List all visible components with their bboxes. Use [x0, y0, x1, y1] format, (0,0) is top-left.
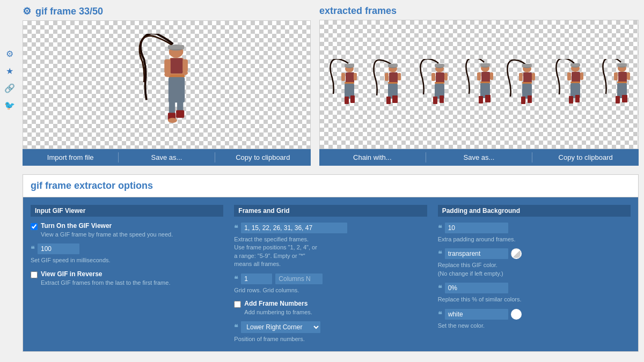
svg-rect-29 [389, 72, 398, 83]
gif-viewer-area [23, 20, 311, 149]
extracted-frames-panel: extracted frames [319, 5, 639, 166]
frames-grid-col: Frames and Grid ❝ // Set the frames inpu… [234, 205, 427, 344]
gear-icon[interactable]: ⚙ [3, 47, 16, 60]
svg-rect-44 [431, 73, 435, 81]
view-gif-reverse-row: View GIF in Reverse Extract GIF frames f… [31, 270, 223, 287]
add-frame-numbers-checkbox[interactable] [234, 301, 241, 308]
svg-point-14 [182, 71, 188, 75]
turn-on-gif-viewer-desc: View a GIF frame by frame at the speed y… [41, 231, 173, 239]
svg-rect-73 [575, 95, 580, 102]
quote-icon-frames: ❝ [234, 224, 238, 232]
view-gif-reverse-label: View GIF in Reverse [41, 270, 170, 278]
input-gif-viewer-col-title: Input GIF Viewer [31, 205, 223, 217]
frames-desc: Extract the specified frames.Use frame p… [234, 235, 427, 269]
gif-speed-desc: Set GIF speed in milliseconds. [31, 256, 223, 264]
svg-rect-23 [350, 95, 355, 103]
bg-color-desc: Replace this GIF color.(No change if lef… [438, 261, 631, 278]
twitter-icon[interactable]: 🐦 [3, 99, 16, 112]
bg-color-swatch[interactable] [511, 248, 522, 259]
svg-rect-59 [523, 72, 532, 83]
svg-rect-62 [521, 97, 525, 104]
frame-thumb-1 [325, 58, 365, 112]
gif-viewer-title: ⚙ gif frame 33/50 [23, 5, 311, 17]
svg-point-13 [164, 72, 170, 77]
copy-to-clipboard-button-right[interactable]: Copy to clipboard [532, 149, 639, 166]
svg-rect-25 [354, 73, 357, 80]
svg-rect-24 [341, 73, 345, 81]
link-icon[interactable]: 🔗 [3, 82, 16, 94]
import-from-file-button[interactable]: Import from file [23, 149, 118, 166]
svg-rect-78 [617, 63, 627, 67]
frame-thumb-6 [548, 58, 588, 112]
svg-rect-54 [477, 72, 481, 80]
frame-thumb-7 [592, 58, 633, 112]
svg-rect-20 [345, 82, 354, 84]
quote-icon-padding: ❝ [438, 224, 442, 232]
chain-with-button[interactable]: Chain with... [319, 149, 426, 166]
star-icon[interactable]: ★ [3, 64, 16, 77]
svg-rect-30 [388, 82, 398, 84]
view-gif-reverse-checkbox[interactable] [31, 271, 38, 278]
padding-bg-col: Padding and Background ❝ Extra padding a… [438, 205, 631, 344]
input-gif-viewer-col: Input GIF Viewer Turn On the GIF Viewer … [31, 205, 223, 344]
new-color-desc: Set the new color. [438, 322, 631, 330]
svg-rect-4 [170, 58, 182, 74]
frame-thumb-2 [370, 58, 410, 112]
svg-rect-34 [385, 73, 389, 81]
svg-rect-85 [627, 72, 630, 80]
svg-rect-64 [519, 73, 523, 81]
position-select[interactable]: Lower Right Corner Lower Left Corner Upp… [240, 321, 321, 334]
quote-icon-grid: ❝ [234, 275, 238, 283]
frame-thumb-3 [414, 58, 455, 112]
options-body: Input GIF Viewer Turn On the GIF Viewer … [23, 197, 638, 351]
svg-rect-53 [485, 95, 491, 102]
turn-on-gif-viewer-label: Turn On the GIF Viewer [41, 222, 173, 230]
svg-rect-79 [618, 72, 627, 83]
copy-to-clipboard-button-left[interactable]: Copy to clipboard [215, 149, 311, 166]
svg-rect-39 [436, 72, 444, 83]
quote-icon-position: ❝ [234, 323, 238, 331]
options-section: gif frame extractor options Input GIF Vi… [23, 174, 639, 352]
extracted-frames-title: extracted frames [319, 5, 639, 17]
svg-rect-70 [570, 82, 580, 83]
quote-icon-speed: ❝ [31, 245, 35, 253]
svg-point-15 [167, 118, 177, 123]
padding-input[interactable] [444, 222, 509, 234]
svg-rect-35 [398, 73, 401, 80]
svg-rect-49 [481, 72, 490, 83]
frames-input[interactable] [240, 222, 348, 234]
svg-rect-75 [580, 72, 583, 80]
extracted-frames-label: extracted frames [319, 5, 397, 17]
svg-rect-74 [567, 72, 571, 80]
padding-desc: Extra padding around frames. [438, 235, 631, 243]
svg-rect-2 [167, 45, 184, 49]
grid-cols-input[interactable] [275, 273, 323, 285]
extracted-frames-actions: Chain with... Save as... Copy to clipboa… [319, 149, 639, 166]
gif-viewer-panel: ⚙ gif frame 33/50 [23, 5, 311, 166]
padding-bg-col-title: Padding and Background [438, 205, 631, 217]
svg-rect-60 [522, 82, 532, 84]
add-frame-numbers-desc: Add numbering to frames. [244, 308, 312, 316]
new-color-input[interactable] [444, 308, 509, 320]
quote-icon-similar: ❝ [438, 284, 442, 292]
gif-speed-input[interactable] [37, 243, 80, 255]
bg-color-input[interactable] [444, 248, 509, 260]
svg-rect-55 [490, 72, 493, 80]
svg-rect-69 [572, 72, 580, 83]
new-color-swatch[interactable] [511, 309, 522, 320]
svg-rect-40 [435, 82, 444, 84]
gear-title-icon: ⚙ [23, 5, 31, 17]
turn-on-gif-viewer-checkbox[interactable] [31, 223, 38, 230]
svg-rect-58 [522, 64, 532, 67]
similar-input[interactable] [444, 282, 509, 294]
grid-rows-input[interactable] [240, 273, 273, 285]
frames-grid-col-title: Frames and Grid [234, 205, 427, 217]
frame-thumb-5 [503, 58, 544, 112]
grid-desc: Grid rows. Grid columns. [234, 286, 427, 294]
turn-on-gif-viewer-row: Turn On the GIF Viewer View a GIF frame … [31, 222, 223, 239]
save-as-button-right[interactable]: Save as... [426, 149, 532, 166]
svg-rect-28 [388, 64, 398, 67]
svg-rect-38 [435, 64, 444, 67]
save-as-button-left[interactable]: Save as... [119, 149, 214, 166]
padding-input-row: ❝ [438, 222, 631, 234]
